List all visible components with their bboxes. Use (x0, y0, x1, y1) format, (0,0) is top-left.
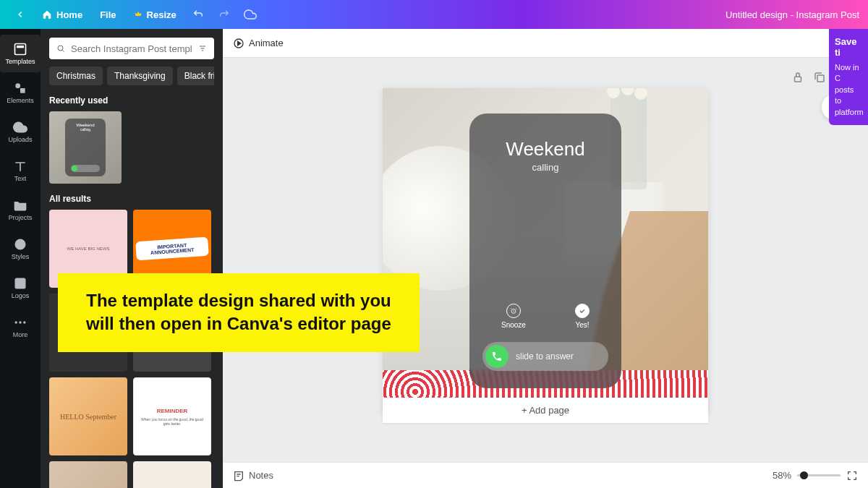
rail-elements[interactable]: Elements (0, 74, 41, 111)
search-input[interactable] (71, 43, 192, 54)
annotation-callout: The template design shared with you will… (58, 273, 420, 352)
svg-rect-1 (17, 46, 24, 48)
svg-text:CO: CO (17, 281, 24, 286)
filter-icon[interactable] (198, 42, 207, 55)
promo-title: Save ti (835, 36, 862, 58)
left-rail: Templates Elements Uploads Text Projects… (0, 29, 41, 488)
svg-rect-17 (817, 75, 824, 82)
home-label: Home (56, 9, 82, 20)
svg-point-7 (20, 246, 21, 247)
design-page[interactable]: Weekend calling Snooze Yes! (383, 88, 708, 414)
svg-point-5 (18, 243, 20, 244)
call-subtitle: calling (532, 162, 559, 173)
home-icon (42, 9, 52, 20)
rail-uploads[interactable]: Uploads (0, 113, 41, 150)
canvas-toolbar: Animate (223, 29, 868, 58)
search-icon (56, 42, 65, 55)
canvas-area: Animate Weeke (223, 29, 868, 488)
add-page-button[interactable]: + Add page (383, 398, 708, 423)
svg-point-10 (15, 321, 17, 323)
chip-christmas[interactable]: Christmas (49, 67, 103, 85)
svg-point-2 (15, 83, 20, 88)
rail-more[interactable]: More (0, 308, 41, 346)
notes-button[interactable]: Notes (233, 470, 273, 481)
template-result-8[interactable]: TOP 5 TIPS (133, 461, 211, 488)
document-title[interactable]: Untitled design - Instagram Post (726, 9, 859, 20)
file-button[interactable]: File (93, 5, 123, 25)
template-result-5[interactable]: HELLO September (49, 377, 127, 455)
svg-rect-3 (20, 88, 25, 93)
fullscreen-icon[interactable] (846, 470, 858, 481)
call-title: Weekend (506, 138, 584, 160)
recently-used-heading: Recently used (49, 95, 214, 106)
rail-text[interactable]: Text (0, 152, 41, 189)
all-results-heading: All results (49, 194, 214, 204)
alarm-icon (506, 304, 521, 318)
phone-icon (485, 345, 509, 368)
cloud-sync-icon[interactable] (239, 3, 262, 26)
zoom-value: 58% (773, 470, 791, 481)
redo-button[interactable] (213, 3, 236, 26)
top-left-group: Home File Resize (9, 3, 262, 26)
template-result-6[interactable]: REMINDERWhen you focus on the good, the … (133, 377, 211, 455)
template-result-7[interactable] (49, 461, 127, 488)
phone-call-overlay[interactable]: Weekend calling Snooze Yes! (469, 114, 621, 388)
undo-button[interactable] (187, 3, 210, 26)
top-bar: Home File Resize Untitled design - Insta… (0, 0, 868, 29)
chip-blackfriday[interactable]: Black friday (177, 67, 214, 85)
rail-styles[interactable]: Styles (0, 230, 41, 267)
chip-row: Christmas Thanksgiving Black friday (49, 67, 214, 85)
lock-icon[interactable] (791, 71, 804, 84)
template-recent-1[interactable]: Weekendcalling (49, 111, 122, 184)
slide-to-answer[interactable]: slide to answer (482, 342, 608, 371)
rail-logos[interactable]: COLogos (0, 269, 41, 307)
promo-body: Now in C posts to platform (835, 62, 862, 118)
side-panel: Christmas Thanksgiving Black friday Rece… (41, 29, 223, 488)
svg-point-12 (23, 321, 25, 323)
bottom-bar: Notes 58% (223, 462, 868, 488)
svg-point-11 (19, 321, 21, 323)
duplicate-icon[interactable] (813, 71, 826, 84)
crown-icon (134, 10, 142, 19)
chip-thanksgiving[interactable]: Thanksgiving (107, 67, 173, 85)
check-icon (575, 304, 590, 318)
resize-button[interactable]: Resize (127, 5, 184, 25)
svg-rect-0 (15, 44, 26, 55)
yes-action: Yes! (575, 304, 590, 329)
animate-icon (233, 38, 244, 49)
svg-point-13 (58, 46, 63, 51)
back-button[interactable] (9, 3, 32, 26)
promo-panel[interactable]: Save ti Now in C posts to platform (829, 29, 868, 125)
search-bar[interactable] (49, 38, 214, 59)
svg-point-4 (15, 239, 25, 249)
zoom-slider[interactable] (797, 474, 841, 476)
snooze-action: Snooze (501, 304, 526, 329)
rail-templates[interactable]: Templates (0, 35, 41, 72)
svg-point-6 (22, 243, 23, 244)
notes-icon (233, 470, 244, 481)
zoom-control[interactable]: 58% (773, 470, 858, 481)
canvas-body[interactable]: Weekend calling Snooze Yes! (223, 58, 868, 462)
animate-button[interactable]: Animate (233, 38, 284, 49)
home-button[interactable]: Home (35, 5, 90, 25)
svg-rect-16 (795, 77, 801, 82)
rail-projects[interactable]: Projects (0, 191, 41, 228)
svg-marker-15 (238, 41, 241, 45)
